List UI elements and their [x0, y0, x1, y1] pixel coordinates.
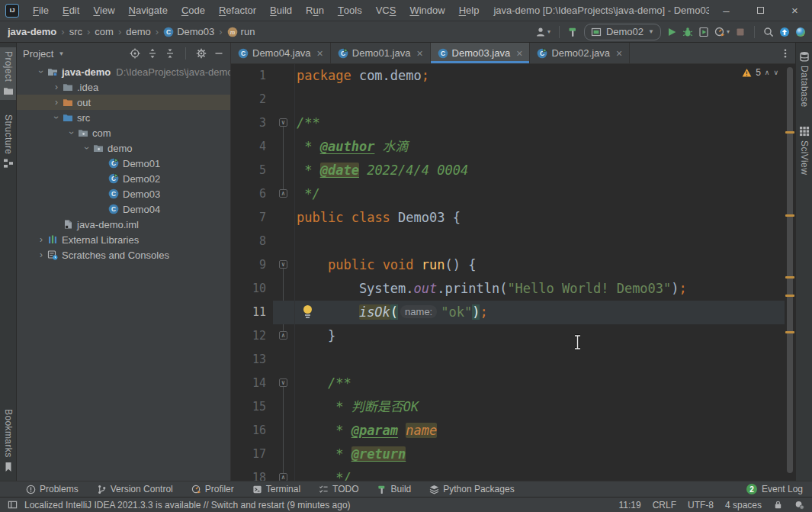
update-available-button[interactable]	[779, 27, 790, 37]
toolwindow-button-problems[interactable]: Problems	[26, 484, 79, 494]
toolwindow-button-version-control[interactable]: Version Control	[97, 484, 173, 494]
lock-icon[interactable]	[773, 500, 783, 510]
gutter-line-number[interactable]: 14	[231, 372, 273, 395]
tree-item-demo[interactable]: ›demo	[17, 140, 230, 156]
gutter-fold-column[interactable]	[273, 135, 295, 159]
tab-demo03-java[interactable]: CDemo03.java×	[431, 43, 531, 63]
gutter-line-number[interactable]: 12	[231, 324, 273, 348]
breadcrumb-item-src[interactable]: src	[69, 26, 82, 37]
tree-item-demo02[interactable]: CDemo02	[17, 171, 230, 186]
gutter-fold-column[interactable]: ∨	[273, 372, 295, 395]
line-ending-widget[interactable]: CRLF	[653, 500, 676, 510]
code-line-17[interactable]: 17 * @return	[231, 443, 785, 466]
gutter-line-number[interactable]: 1	[231, 64, 273, 88]
fold-end-icon[interactable]: ∧	[279, 189, 287, 198]
gutter-line-number[interactable]: 6	[231, 182, 273, 206]
gutter-line-number[interactable]: 9	[231, 253, 273, 277]
project-panel-title[interactable]: Project	[23, 48, 53, 60]
stripe-button-database[interactable]: Database	[796, 47, 812, 111]
code-line-18[interactable]: 18∧ */	[231, 466, 785, 481]
run-with-coverage-button[interactable]	[698, 27, 709, 37]
caret-position-widget[interactable]: 11:19	[618, 500, 640, 510]
select-opened-file-button[interactable]	[130, 48, 140, 59]
code-line-4[interactable]: 4 * @author 水滴	[231, 135, 785, 159]
gutter-fold-column[interactable]	[273, 88, 295, 111]
tree-item-src[interactable]: ›src	[17, 110, 230, 125]
run-configuration-select[interactable]: Demo02▼	[584, 24, 661, 40]
warning-stripe-mark[interactable]	[785, 295, 794, 297]
event-log-button[interactable]: 2Event Log	[746, 484, 803, 494]
tab-demo01-java[interactable]: CDemo01.java×	[331, 43, 431, 63]
tree-item-com[interactable]: ›com	[17, 125, 230, 140]
tree-chevron-icon[interactable]: ›	[51, 111, 62, 124]
menu-item-file[interactable]: File	[26, 0, 56, 21]
gutter-line-number[interactable]: 11	[231, 301, 273, 324]
encoding-widget[interactable]: UTF-8	[688, 500, 714, 510]
code-line-11[interactable]: 11 isOk(name:"ok");	[231, 301, 785, 324]
breadcrumb-item-demo03[interactable]: CDemo03	[163, 26, 214, 37]
gutter-line-number[interactable]: 16	[231, 419, 273, 443]
collapse-all-button[interactable]	[165, 48, 175, 59]
fold-end-icon[interactable]: ∧	[279, 331, 287, 340]
fold-collapse-icon[interactable]: ∨	[279, 260, 287, 269]
tree-item-external-libraries[interactable]: ›External Libraries	[17, 232, 230, 247]
menu-item-window[interactable]: Window	[403, 0, 451, 21]
warning-stripe-mark[interactable]	[785, 214, 794, 217]
stop-button[interactable]	[735, 27, 746, 37]
fold-end-icon[interactable]: ∧	[279, 473, 287, 481]
fold-collapse-icon[interactable]: ∨	[279, 118, 287, 127]
toolwindow-button-terminal[interactable]: Terminal	[252, 484, 300, 494]
tree-chevron-icon[interactable]: ›	[35, 250, 47, 260]
breadcrumb-item-com[interactable]: com	[95, 26, 114, 37]
tree-chevron-icon[interactable]: ›	[35, 234, 47, 245]
breadcrumb-item-java-demo[interactable]: java-demo	[8, 26, 56, 37]
menu-item-tools[interactable]: Tools	[331, 0, 369, 21]
next-warning-button[interactable]: ∨	[773, 69, 778, 76]
code-line-16[interactable]: 16 * @param name	[231, 419, 785, 443]
gutter-line-number[interactable]: 3	[231, 111, 273, 135]
code-line-1[interactable]: 1package com.demo;	[231, 64, 785, 88]
code-line-15[interactable]: 15 * 判断是否OK	[231, 395, 785, 419]
minimize-button[interactable]: –	[709, 0, 743, 21]
profiler-button[interactable]: ▾	[714, 27, 730, 37]
code-line-5[interactable]: 5 * @date 2022/4/4 0004	[231, 159, 785, 182]
code-line-9[interactable]: 9∨ public void run() {	[231, 253, 785, 277]
code-line-2[interactable]: 2	[231, 88, 785, 111]
stripe-button-bookmarks[interactable]: Bookmarks	[0, 405, 16, 476]
gutter-fold-column[interactable]	[273, 419, 295, 443]
gutter-fold-column[interactable]	[273, 277, 295, 301]
menu-item-build[interactable]: Build	[263, 0, 299, 21]
menu-item-navigate[interactable]: Navigate	[122, 0, 175, 21]
menu-item-view[interactable]: View	[86, 0, 121, 21]
menu-item-vcs[interactable]: VCS	[369, 0, 403, 21]
breadcrumb-item-demo[interactable]: demo	[126, 26, 151, 37]
tree-chevron-icon[interactable]: ›	[82, 142, 92, 154]
user-menu[interactable]: ▾	[535, 27, 550, 37]
toolwindow-button-profiler[interactable]: Profiler	[191, 484, 234, 494]
gutter-fold-column[interactable]	[273, 301, 295, 324]
breadcrumb-item-run[interactable]: mrun	[227, 26, 255, 37]
gutter-fold-column[interactable]: ∧	[273, 324, 295, 348]
code-line-13[interactable]: 13	[231, 348, 785, 372]
gutter-line-number[interactable]: 10	[231, 277, 273, 301]
gutter-fold-column[interactable]: ∨	[273, 111, 295, 135]
warning-stripe-mark[interactable]	[785, 131, 794, 134]
gutter-line-number[interactable]: 4	[231, 135, 273, 159]
code-line-7[interactable]: 7public class Demo03 {	[231, 206, 785, 230]
menu-item-code[interactable]: Code	[175, 0, 212, 21]
gutter-line-number[interactable]: 15	[231, 395, 273, 419]
tree-chevron-icon[interactable]: ›	[50, 97, 63, 108]
gutter-fold-column[interactable]	[273, 395, 295, 419]
close-tab-icon[interactable]: ×	[416, 48, 422, 59]
expand-all-button[interactable]	[147, 48, 158, 59]
tree-item--idea[interactable]: ›.idea	[17, 79, 230, 95]
status-message[interactable]: Localized IntelliJ IDEA 2021.3.3 is avai…	[24, 500, 351, 510]
tab-demo02-java[interactable]: CDemo02.java×	[530, 43, 630, 63]
indent-widget[interactable]: 4 spaces	[725, 500, 762, 510]
gutter-fold-column[interactable]: ∨	[273, 253, 295, 277]
menu-item-refactor[interactable]: Refactor	[212, 0, 263, 21]
notifications-icon[interactable]	[794, 500, 804, 510]
tree-item-java-demo-iml[interactable]: java-demo.iml	[17, 217, 230, 232]
gutter-fold-column[interactable]	[273, 159, 295, 182]
code-line-14[interactable]: 14∨ /**	[231, 372, 785, 395]
